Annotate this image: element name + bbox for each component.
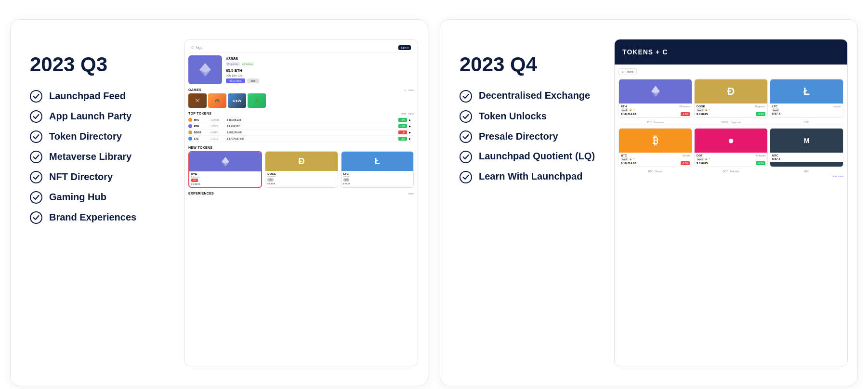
feature-launchpad-quotient: Launchpad Quotient (LQ): [460, 150, 595, 163]
check-icon-nft-directory: [30, 171, 42, 183]
feature-label-presale-directory: Presale Directory: [479, 130, 558, 143]
token-card-dot: ● DOT Polkadot layer1 🔒 ☆: [694, 128, 768, 167]
token-card-ltc: Ł LTC Litecoin layer1: [770, 79, 843, 118]
feature-app-launch-party: App Launch Party: [30, 109, 165, 123]
token-card-mtc: M MTC $ 57.4: [770, 128, 843, 167]
check-icon-learn-with-launchpad: [460, 171, 472, 183]
feature-token-unlocks: Token Unlocks: [460, 109, 595, 123]
q4-content: 2023 Q4 Decentralised Exchange Token Unl…: [440, 39, 614, 366]
feature-metaverse-library: Metaverse Library: [30, 150, 165, 163]
svg-point-17: [460, 171, 472, 183]
check-icon-launchpad-feed: [30, 90, 42, 103]
check-icon-metaverse-library: [30, 151, 42, 163]
q4-feature-list: Decentralised Exchange Token Unlocks Pre…: [460, 89, 595, 183]
page-container: 2023 Q3 Launchpad Feed App Launch Party: [10, 19, 858, 386]
svg-point-3: [30, 151, 42, 163]
feature-learn-with-launchpad: Learn With Launchpad: [460, 170, 595, 183]
experiences-section-title: EXPERIENCES: [188, 192, 214, 195]
feature-label-app-launch-party: App Launch Party: [49, 110, 132, 122]
feature-label-learn-with-launchpad: Learn With Launchpad: [479, 170, 582, 182]
svg-point-6: [30, 212, 42, 223]
feature-label-brand-experiences: Brand Experiences: [49, 211, 136, 223]
feature-label-decentralised-exchange: Decentralised Exchange: [479, 89, 590, 102]
feature-brand-experiences: Brand Experiences: [30, 210, 165, 224]
q3-title: 2023 Q3: [30, 53, 165, 76]
feature-label-launchpad-quotient: Launchpad Quotient (LQ): [479, 150, 595, 162]
svg-point-0: [30, 91, 42, 102]
check-icon-brand-experiences: [30, 211, 42, 224]
svg-point-4: [30, 171, 42, 183]
token-card-doge: Ð DOGE Dogecoin layer1 🔒 ☆: [694, 79, 768, 118]
feature-label-metaverse-library: Metaverse Library: [49, 150, 132, 163]
feature-label-nft-directory: NFT Directory: [49, 170, 113, 183]
q4-screenshot: TOKENS + C ≡ Filters: [614, 39, 848, 366]
q4-token-grid: ETH Ethereum layer1 🔒 ☆ $ 18,314.93: [618, 79, 843, 118]
feature-label-launchpad-feed: Launchpad Feed: [49, 90, 126, 102]
feature-label-token-unlocks: Token Unlocks: [479, 110, 547, 122]
svg-point-2: [30, 131, 42, 143]
svg-point-15: [460, 131, 472, 143]
nft-number: #3986: [226, 56, 414, 61]
q4-token-grid-row2: ₿ BTC Bitcoin layer1 🔒 ☆: [618, 128, 843, 167]
new-tokens-grid: ETH Ethereum BUY $ 8,987.01 Ð DOGE Dogec…: [188, 151, 414, 188]
check-icon-decentralised-exchange: [460, 90, 472, 103]
check-icon-token-unlocks: [460, 110, 472, 123]
svg-point-14: [460, 111, 472, 122]
games-grid: ⚔️ 🎮 D●W 🌿: [188, 93, 414, 108]
feature-presale-directory: Presale Directory: [460, 130, 595, 143]
check-icon-app-launch-party: [30, 110, 42, 123]
q3-feature-list: Launchpad Feed App Launch Party Token Di…: [30, 89, 165, 224]
q4-mockup-header: TOKENS + C: [615, 39, 847, 65]
feature-label-gaming-hub: Gaming Hub: [49, 191, 106, 203]
svg-point-13: [460, 91, 472, 102]
svg-point-16: [460, 151, 472, 163]
feature-token-directory: Token Directory: [30, 130, 165, 143]
q4-card: 2023 Q4 Decentralised Exchange Token Unl…: [440, 19, 858, 386]
feature-label-token-directory: Token Directory: [49, 130, 122, 143]
new-tokens-section-title: NEW TOKENS: [188, 146, 212, 149]
check-icon-gaming-hub: [30, 191, 42, 204]
games-section-title: GAMES: [188, 88, 201, 91]
top-tokens-section-title: TOP TOKENS: [188, 112, 211, 115]
token-card-btc: ₿ BTC Bitcoin layer1 🔒 ☆: [618, 128, 692, 167]
tokens-table: BTC 1.23456 $ 18,346,233 +4% ▶ ETH 1.234…: [188, 117, 414, 142]
feature-decentralised-exchange: Decentralised Exchange: [460, 89, 595, 103]
q3-card: 2023 Q3 Launchpad Feed App Launch Party: [10, 19, 428, 386]
check-icon-launchpad-quotient: [460, 151, 472, 163]
feature-launchpad-feed: Launchpad Feed: [30, 89, 165, 103]
q3-screenshot: ⬡ logo Sign In #3986 Properties: [184, 39, 418, 366]
check-icon-token-directory: [30, 130, 42, 143]
svg-point-1: [30, 111, 42, 122]
feature-nft-directory: NFT Directory: [30, 170, 165, 183]
check-icon-presale-directory: [460, 130, 472, 143]
filters-bar: ≡ Filters: [618, 68, 637, 75]
load-more[interactable]: Load more: [618, 175, 843, 178]
eth-logo-q3: [197, 61, 214, 78]
nft-timer: 09h 15m 22s: [226, 74, 414, 77]
feature-gaming-hub: Gaming Hub: [30, 190, 165, 204]
q3-content: 2023 Q3 Launchpad Feed App Launch Party: [11, 39, 184, 366]
nft-price: 65.5 ETH: [226, 68, 414, 73]
token-card-eth: ETH Ethereum layer1 🔒 ☆ $ 18,314.93: [618, 79, 692, 118]
q4-title: 2023 Q4: [460, 53, 595, 76]
svg-point-5: [30, 192, 42, 203]
